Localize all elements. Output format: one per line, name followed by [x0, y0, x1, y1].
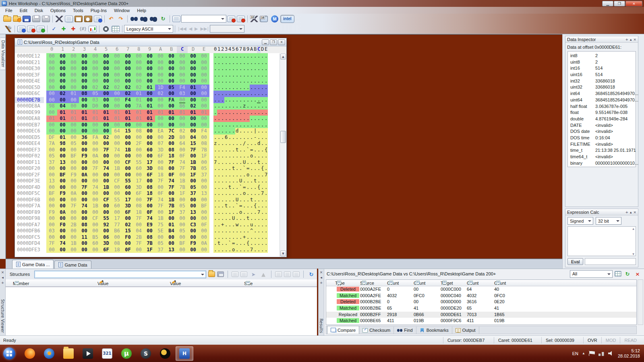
ascii-char[interactable]: .	[213, 184, 217, 191]
hex-byte[interactable]: 00	[177, 197, 188, 203]
ascii-char[interactable]: `	[228, 240, 232, 247]
ascii-char[interactable]: .	[232, 228, 235, 234]
ascii-char[interactable]: U	[232, 215, 235, 222]
ascii-char[interactable]: `	[242, 165, 246, 172]
hex-byte[interactable]: 13	[188, 209, 199, 216]
ascii-char[interactable]: .	[264, 184, 268, 191]
hex-byte[interactable]: 00	[133, 197, 144, 203]
calculator-icon[interactable]	[112, 26, 120, 32]
hex-byte[interactable]: 00	[112, 172, 122, 178]
hex-byte[interactable]: 00	[188, 153, 199, 159]
ascii-char[interactable]: .	[239, 85, 242, 91]
ascii-char[interactable]: .	[217, 228, 221, 234]
hex-byte[interactable]: 02	[122, 85, 133, 91]
ascii-char[interactable]: .	[264, 178, 268, 184]
ascii-char[interactable]: .	[221, 153, 224, 159]
action-center-icon[interactable]	[589, 351, 595, 356]
ascii-char[interactable]: .	[228, 209, 232, 216]
ascii-char[interactable]: .	[217, 134, 221, 141]
inspector-list[interactable]: int82uint82int16514uint16514int323368601…	[567, 51, 636, 167]
ascii-char[interactable]: .	[239, 234, 242, 241]
data-inspector-titlebar[interactable]: Data Inspector + ▴ ×	[565, 36, 638, 43]
ascii-char[interactable]: .	[264, 134, 268, 141]
ascii-char[interactable]: .	[261, 72, 264, 79]
ascii-char[interactable]: .	[261, 91, 264, 97]
ascii-char[interactable]: .	[246, 91, 250, 97]
hex-byte[interactable]: 00	[166, 53, 177, 60]
ascii-char[interactable]: .	[232, 53, 235, 60]
hex-byte[interactable]: 00	[155, 116, 166, 122]
hex-byte[interactable]: 00	[79, 85, 90, 91]
ascii-char[interactable]: .	[235, 66, 239, 72]
hex-byte[interactable]: 01	[57, 110, 68, 116]
hex-byte[interactable]: 00	[177, 234, 188, 241]
hex-byte[interactable]: 7F	[188, 147, 199, 153]
ascii-char[interactable]: .	[224, 178, 228, 184]
hex-minimize-button[interactable]: ▁	[262, 39, 269, 45]
ascii-char[interactable]: .	[242, 60, 246, 66]
hex-byte[interactable]: 00	[112, 78, 122, 85]
ascii-char[interactable]: U	[235, 197, 239, 203]
hex-byte[interactable]: 00	[133, 247, 144, 253]
structure-viewer-label[interactable]: Structure Viewer	[0, 299, 5, 333]
ascii-char[interactable]: .	[264, 159, 268, 166]
hex-byte[interactable]: 00	[177, 147, 188, 153]
ascii-char[interactable]: .	[232, 103, 235, 110]
ascii-char[interactable]: .	[217, 215, 221, 222]
hex-byte[interactable]: 00	[144, 141, 155, 147]
hex-byte[interactable]: 6F	[133, 190, 144, 197]
structures-body[interactable]	[6, 287, 317, 335]
hex-byte[interactable]: 74	[166, 178, 177, 184]
hex-byte[interactable]: 00	[133, 66, 144, 72]
ascii-char[interactable]: .	[246, 110, 250, 116]
panel-close-icon[interactable]: ×	[0, 270, 5, 274]
ascii-char[interactable]: .	[232, 78, 235, 85]
hex-byte[interactable]: 7B	[144, 240, 155, 247]
ascii-char[interactable]: .	[242, 53, 246, 60]
ascii-char[interactable]: .	[224, 85, 228, 91]
results-scrollbar[interactable]	[638, 279, 643, 325]
hex-byte[interactable]: 1D	[155, 85, 166, 91]
hex-byte[interactable]: F0	[57, 222, 68, 228]
hex-byte[interactable]: 00	[79, 53, 90, 60]
hex-byte[interactable]: 00	[79, 97, 90, 103]
save-icon[interactable]	[23, 16, 31, 22]
ascii-char[interactable]: .	[232, 190, 235, 197]
hex-byte[interactable]: 00	[177, 172, 188, 178]
ascii-char[interactable]: .	[224, 209, 228, 216]
ascii-char[interactable]: .	[228, 134, 232, 141]
hex-byte[interactable]: 00	[155, 78, 166, 85]
hex-row-0000DE3F[interactable]: 0000DE3F000000000000000000000000000000..…	[15, 72, 286, 79]
ascii-char[interactable]: 6	[224, 134, 228, 141]
ascii-char[interactable]: .	[250, 141, 253, 147]
panel-dock-icon[interactable]: ◂	[319, 275, 324, 279]
hex-byte[interactable]: 00	[177, 116, 188, 122]
menu-edit[interactable]: Edit	[16, 8, 31, 13]
ascii-char[interactable]: .	[228, 91, 232, 97]
hex-byte[interactable]: F9	[68, 172, 79, 178]
hex-byte[interactable]: 00	[177, 222, 188, 228]
ascii-char[interactable]: .	[261, 78, 264, 85]
ascii-char[interactable]: .	[228, 178, 232, 184]
hex-byte[interactable]: 00	[79, 66, 90, 72]
hex-byte[interactable]: D0	[90, 103, 101, 110]
hex-byte[interactable]: 08	[166, 147, 177, 153]
ascii-char[interactable]: .	[257, 122, 261, 128]
ascii-char[interactable]: ^	[250, 228, 253, 234]
hex-byte[interactable]: 00	[57, 178, 68, 184]
hex-byte[interactable]: 08	[79, 222, 90, 228]
hex-byte[interactable]: 00	[68, 165, 79, 172]
ascii-char[interactable]: .	[250, 91, 253, 97]
ascii-char[interactable]: .	[246, 66, 250, 72]
hex-byte[interactable]: 7F	[166, 184, 177, 191]
ascii-char[interactable]: .	[242, 116, 246, 122]
expression-calc-titlebar[interactable]: Expression Calc + ▴ ×	[565, 209, 638, 215]
hex-row-0000DF2F[interactable]: 0000DF2F00BFF90A00000000006F180F001F37..…	[15, 172, 286, 178]
hex-byte[interactable]: 00	[112, 190, 122, 197]
hex-byte[interactable]: 7B	[188, 165, 199, 172]
ascii-char[interactable]: .	[221, 203, 224, 209]
hex-byte[interactable]: 00	[57, 184, 68, 191]
hex-byte[interactable]: 00	[68, 72, 79, 79]
hex-byte[interactable]: 00	[57, 153, 68, 159]
hex-byte[interactable]: 00	[46, 215, 57, 222]
